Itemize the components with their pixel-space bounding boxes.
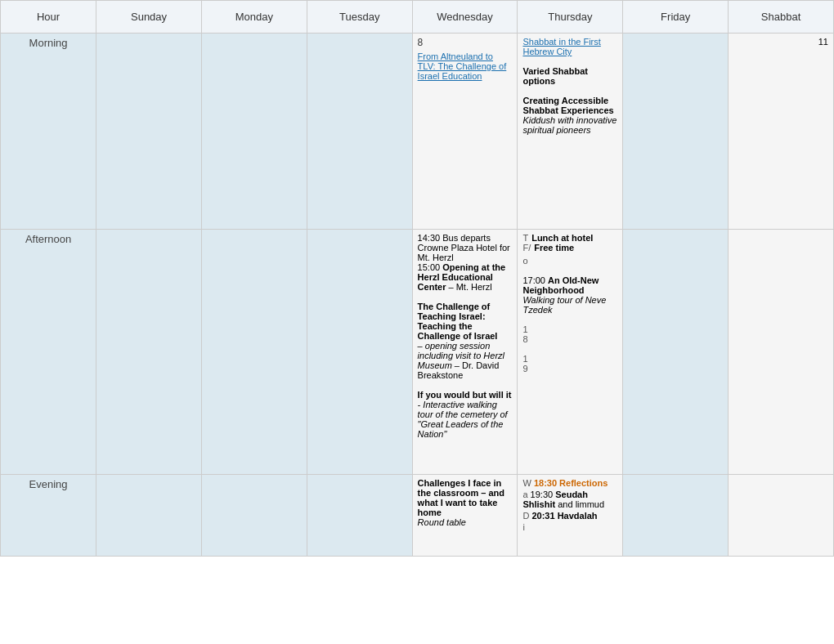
thu-num-3: o <box>522 256 527 266</box>
shabbat-day-number: 11 <box>733 37 828 47</box>
morning-wednesday: 8 From Altneuland to TLV: The Challenge … <box>412 34 518 230</box>
morning-thu-event-1[interactable]: Shabbat in the First Hebrew City <box>522 37 617 56</box>
morning-shabbat: 11 <box>729 34 834 230</box>
evening-thu-letters: W 18:30 Reflections a 19:30 Seudah Shlis… <box>522 478 617 532</box>
afternoon-thu-num4: 1 <box>522 324 617 334</box>
afternoon-thu-numbers-top: T Lunch at hotel <box>522 233 617 243</box>
header-monday: Monday <box>201 1 307 34</box>
afternoon-wed-event-3: The Challenge of Teaching Israel: Teachi… <box>418 302 513 341</box>
afternoon-thu-num7: 9 <box>522 364 617 373</box>
afternoon-monday <box>201 230 307 475</box>
evening-thu-havdalah: D 20:31 Havdalah <box>522 511 617 521</box>
afternoon-sunday <box>96 230 202 475</box>
afternoon-wed-event-2: 15:00 Opening at the Herzl Educational C… <box>418 262 513 292</box>
thu-num-1: T <box>522 233 528 243</box>
morning-friday <box>623 34 729 230</box>
header-sunday: Sunday <box>96 1 202 34</box>
evening-label: Evening <box>1 475 96 557</box>
morning-sunday <box>96 34 202 230</box>
evening-monday <box>201 475 307 557</box>
afternoon-thu-event-3: 17:00 An Old-New Neighborhood <box>522 275 617 295</box>
afternoon-friday <box>623 230 729 475</box>
evening-wed-event-1: Challenges I face in the classroom – and… <box>418 478 513 517</box>
afternoon-wednesday: 14:30 Bus departs Crowne Plaza Hotel for… <box>412 230 518 475</box>
morning-thu-event-3: Creating Accessible Shabbat Experiences <box>522 96 617 115</box>
morning-tuesday <box>307 34 412 230</box>
morning-wed-event-1[interactable]: From Altneuland to TLV: The Challenge of… <box>418 51 513 81</box>
afternoon-thu-num6: 1 <box>522 354 617 364</box>
afternoon-thu-num3: o <box>522 256 617 266</box>
afternoon-label: Afternoon <box>1 230 96 475</box>
header-wednesday: Wednesday <box>412 1 518 34</box>
thu-num-2: F/ <box>522 243 531 253</box>
evening-shabbat <box>729 475 834 557</box>
morning-thu-event-2: Varied Shabbat options <box>522 66 617 86</box>
header-shabbat: Shabbat <box>729 1 834 34</box>
calendar-table: Hour Sunday Monday Tuesday Wednesday Thu… <box>0 0 834 557</box>
evening-tuesday <box>307 475 412 557</box>
afternoon-thu-num5: 8 <box>522 334 617 344</box>
evening-thu-seudah: a 19:30 Seudah Shlishit and limmud <box>522 490 617 509</box>
evening-wednesday: Challenges I face in the classroom – and… <box>412 475 518 557</box>
evening-thursday: W 18:30 Reflections a 19:30 Seudah Shlis… <box>518 475 623 557</box>
evening-friday <box>623 475 729 557</box>
wednesday-day-number: 8 <box>418 37 513 48</box>
header-tuesday: Tuesday <box>307 1 412 34</box>
thu-num-label1: Lunch at hotel <box>531 233 593 243</box>
afternoon-tuesday <box>307 230 412 475</box>
afternoon-shabbat <box>729 230 834 475</box>
evening-thu-reflections: W 18:30 Reflections <box>522 478 617 488</box>
afternoon-thu-event-4: Walking tour of Neve Tzedek <box>522 295 617 315</box>
morning-thu-event-4: Kiddush with innovative spiritual pionee… <box>522 115 617 135</box>
evening-thu-letter-i: i <box>522 522 617 532</box>
thu-freetime-label: Free time <box>534 243 574 253</box>
afternoon-thu-freetime: F/ Free time <box>522 243 617 253</box>
header-thursday: Thursday <box>518 1 623 34</box>
header-hour: Hour <box>1 1 96 34</box>
afternoon-wed-event-1: 14:30 Bus departs Crowne Plaza Hotel for… <box>418 233 513 262</box>
afternoon-wed-event-6: If you would but will it - Interactive w… <box>418 390 513 439</box>
header-friday: Friday <box>623 1 729 34</box>
evening-wed-event-2: Round table <box>418 517 513 527</box>
afternoon-thursday: T Lunch at hotel F/ Free time o 17:00 An… <box>518 230 623 475</box>
morning-monday <box>201 34 307 230</box>
morning-thursday: Shabbat in the First Hebrew City Varied … <box>518 34 623 230</box>
evening-sunday <box>96 475 202 557</box>
morning-label: Morning <box>1 34 96 230</box>
